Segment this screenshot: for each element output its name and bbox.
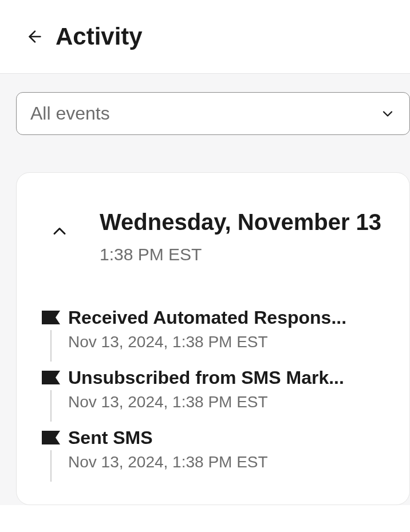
event-item[interactable]: Sent SMS Nov 13, 2024, 1:38 PM EST — [34, 427, 392, 487]
event-list: Received Automated Respons... Nov 13, 20… — [34, 307, 392, 487]
timeline-connector — [50, 450, 52, 482]
collapse-toggle[interactable] — [48, 220, 71, 243]
event-item[interactable]: Received Automated Respons... Nov 13, 20… — [34, 307, 392, 367]
flag-icon — [42, 431, 60, 444]
timeline-connector — [50, 390, 52, 422]
page-header: Activity — [0, 0, 410, 74]
event-timestamp: Nov 13, 2024, 1:38 PM EST — [68, 453, 392, 471]
flag-icon — [42, 371, 60, 384]
content-wrapper: All events Wednesday, November 13 1:38 P… — [0, 74, 410, 505]
date-info: Wednesday, November 13 1:38 PM EST — [100, 207, 392, 264]
back-button[interactable] — [26, 27, 44, 46]
filter-selected-label: All events — [30, 103, 110, 124]
event-title: Received Automated Respons... — [68, 307, 392, 328]
date-title: Wednesday, November 13 — [100, 207, 392, 237]
event-title: Unsubscribed from SMS Mark... — [68, 367, 392, 388]
page-title: Activity — [56, 23, 143, 50]
event-content: Received Automated Respons... Nov 13, 20… — [68, 307, 392, 367]
date-time: 1:38 PM EST — [100, 245, 392, 264]
event-timestamp: Nov 13, 2024, 1:38 PM EST — [68, 333, 392, 351]
event-filter-dropdown[interactable]: All events — [16, 92, 410, 135]
event-content: Unsubscribed from SMS Mark... Nov 13, 20… — [68, 367, 392, 427]
arrow-left-icon — [26, 27, 44, 46]
chevron-up-icon — [49, 221, 70, 241]
event-icon-column — [34, 367, 68, 422]
event-item[interactable]: Unsubscribed from SMS Mark... Nov 13, 20… — [34, 367, 392, 427]
chevron-down-icon — [380, 106, 396, 122]
timeline-connector — [50, 330, 52, 362]
event-title: Sent SMS — [68, 427, 392, 448]
flag-icon — [42, 311, 60, 324]
event-timestamp: Nov 13, 2024, 1:38 PM EST — [68, 393, 392, 411]
event-content: Sent SMS Nov 13, 2024, 1:38 PM EST — [68, 427, 392, 487]
date-group-header[interactable]: Wednesday, November 13 1:38 PM EST — [34, 207, 392, 264]
event-icon-column — [34, 307, 68, 362]
activity-card: Wednesday, November 13 1:38 PM EST Recei… — [16, 172, 410, 505]
event-icon-column — [34, 427, 68, 482]
